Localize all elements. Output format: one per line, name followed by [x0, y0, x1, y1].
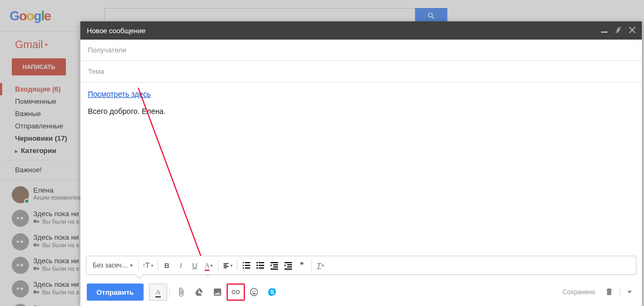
nav-drafts[interactable]: Черновики (17)	[0, 132, 86, 144]
minimize-button[interactable]	[601, 27, 608, 35]
drive-button[interactable]	[190, 284, 208, 301]
avatar: ••	[12, 210, 29, 227]
bullet-list-button[interactable]	[253, 258, 267, 272]
chat-item[interactable]: ••Здесь пока ни■▸Вы были на в	[0, 277, 86, 301]
emoji-icon	[249, 287, 259, 297]
skype-icon	[267, 287, 277, 297]
chat-item[interactable]: ••Здесь пока ни■▸Вы были на в	[0, 254, 86, 277]
chat-name: Здесь пока ни	[33, 304, 81, 306]
indent-more-button[interactable]	[281, 258, 295, 272]
sidebar: Gmail ▾ НАПИСАТЬ Входящие (6) Помеченные…	[0, 32, 86, 306]
google-logo: Google	[10, 9, 51, 24]
paperclip-icon	[176, 287, 186, 297]
remove-format-button[interactable]: T✕	[314, 258, 328, 272]
body-hyperlink[interactable]: Посмотреть здесь	[88, 90, 151, 98]
nav-important[interactable]: Важные	[0, 108, 86, 120]
numbered-list-button[interactable]	[239, 258, 253, 272]
chat-name: Здесь пока ни	[33, 233, 79, 241]
more-options-button[interactable]	[627, 288, 632, 296]
insert-photo-button[interactable]	[208, 284, 227, 301]
minimize-icon	[601, 27, 608, 33]
svg-point-4	[256, 267, 258, 269]
chat-subtitle: ■▸Вы были на в	[33, 265, 79, 272]
indent-less-icon	[269, 261, 279, 270]
insert-link-button[interactable]	[227, 284, 245, 301]
bold-button[interactable]: B	[160, 258, 174, 272]
chat-name: Здесь пока ни	[33, 280, 79, 288]
font-family-label: Без засеч…	[93, 262, 128, 269]
collapse-button[interactable]	[615, 27, 621, 35]
font-family-select[interactable]: Без засеч… ▾	[89, 262, 136, 269]
indent-less-button[interactable]	[267, 258, 281, 272]
caret-down-icon	[627, 289, 632, 295]
numbered-list-icon	[242, 261, 251, 270]
discard-button[interactable]	[605, 287, 613, 297]
chat-item[interactable]: ••Здесь пока ни■▸Вы были на вид	[0, 301, 86, 306]
search-icon	[427, 12, 436, 20]
caret-down-icon: ▾	[45, 42, 48, 48]
compose-window: Новое сообщение Посмотреть здесь Всего д…	[80, 21, 642, 306]
chat-name: Здесь пока ни	[33, 210, 79, 218]
svg-line-1	[138, 88, 208, 275]
chat-subtitle: ■▸Вы были на в	[33, 241, 79, 248]
gmail-label: Gmail	[15, 39, 43, 51]
avatar: ••	[12, 233, 29, 250]
caret-down-icon: ▾	[130, 263, 133, 268]
chat-list: ЕленаАкции взаимопиа••Здесь пока ни■▸Вы …	[0, 183, 86, 306]
chat-name: Елена	[33, 186, 81, 194]
avatar: ••	[12, 280, 29, 297]
svg-rect-0	[601, 32, 608, 33]
close-button[interactable]	[629, 27, 635, 35]
chat-subtitle: Акции взаимопиа	[33, 194, 81, 201]
recipients-row[interactable]	[80, 40, 642, 61]
svg-point-2	[256, 262, 258, 264]
nav-categories[interactable]: Категории	[0, 144, 86, 157]
saved-status: Сохранено	[563, 288, 595, 296]
chat-item[interactable]: ЕленаАкции взаимопиа	[0, 183, 86, 206]
chat-subtitle: ■▸Вы были на в	[33, 288, 79, 295]
formatting-toggle-button[interactable]: A	[149, 284, 167, 301]
collapse-icon	[615, 27, 621, 33]
nav-starred[interactable]: Помеченные	[0, 95, 86, 108]
chat-subtitle: ■▸Вы были на в	[33, 218, 79, 225]
avatar: ••	[12, 257, 29, 274]
avatar	[12, 186, 29, 203]
align-button[interactable]: ▾	[221, 258, 235, 272]
link-icon	[231, 287, 241, 297]
subject-row[interactable]	[80, 61, 642, 82]
nav-sent[interactable]: Отправленные	[0, 120, 86, 132]
nav-important-section[interactable]: Важное!	[0, 164, 86, 176]
compose-header[interactable]: Новое сообщение	[80, 21, 642, 40]
gmail-dropdown[interactable]: Gmail ▾	[0, 39, 86, 58]
subject-input[interactable]	[88, 67, 634, 75]
image-icon	[213, 287, 222, 297]
bullet-list-icon	[256, 261, 265, 270]
trash-icon	[605, 287, 613, 296]
emoji-button[interactable]	[245, 284, 263, 301]
compose-bottom-bar: Отправить A Сохранено	[80, 278, 642, 306]
compose-body[interactable]: Посмотреть здесь Всего доброго. Елена.	[80, 82, 642, 256]
quote-button[interactable]: ❞	[295, 258, 309, 272]
send-button[interactable]: Отправить	[87, 284, 144, 301]
text-color-button[interactable]: A▾	[202, 258, 216, 272]
body-text: Всего доброго. Елена.	[88, 107, 634, 116]
italic-button[interactable]: I	[174, 258, 188, 272]
font-size-button[interactable]: тT▾	[141, 258, 155, 272]
skype-button[interactable]	[263, 284, 281, 301]
nav-inbox[interactable]: Входящие (6)	[0, 83, 86, 95]
compose-button[interactable]: НАПИСАТЬ	[12, 58, 66, 75]
folder-nav: Входящие (6) Помеченные Важные Отправлен…	[0, 83, 86, 157]
underline-button[interactable]: U	[188, 258, 202, 272]
chat-item[interactable]: ••Здесь пока ни■▸Вы были на в	[0, 206, 86, 230]
chat-item[interactable]: ••Здесь пока ни■▸Вы были на в	[0, 230, 86, 254]
indent-more-icon	[283, 261, 293, 270]
avatar: ••	[12, 304, 29, 306]
attach-button[interactable]	[172, 284, 190, 301]
chat-name: Здесь пока ни	[33, 257, 79, 265]
text-format-icon: A	[155, 288, 160, 296]
format-toolbar: Без засеч… ▾ тT▾ B I U A▾ ▾ ❞ T✕	[86, 256, 636, 275]
drive-icon	[194, 287, 204, 297]
svg-point-3	[256, 265, 258, 266]
recipients-input[interactable]	[88, 46, 634, 54]
close-icon	[629, 27, 635, 33]
